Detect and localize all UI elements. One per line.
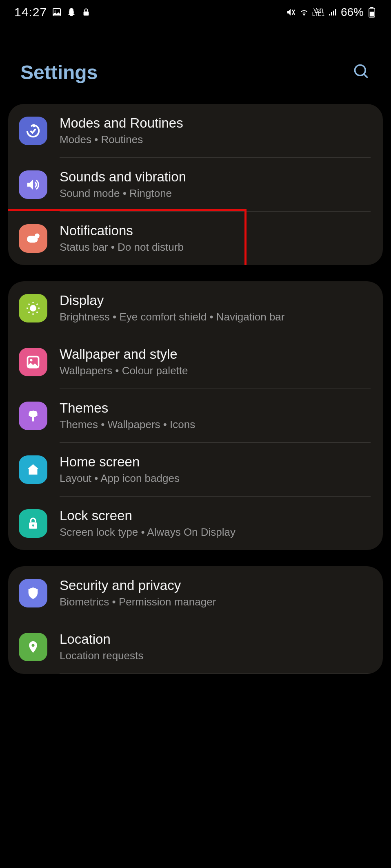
svg-rect-25 <box>29 411 37 417</box>
home-screen-icon <box>19 455 47 484</box>
svg-rect-3 <box>329 14 330 15</box>
svg-point-14 <box>30 305 36 311</box>
svg-point-13 <box>35 233 40 238</box>
wifi-icon <box>299 7 309 17</box>
svg-point-1 <box>55 11 56 12</box>
item-title: Security and privacy <box>60 578 372 593</box>
item-title: Home screen <box>60 454 372 470</box>
volte-indicator: Vo)) LTE1 <box>312 8 324 16</box>
item-subtitle: Brightness • Eye comfort shield • Naviga… <box>60 311 372 323</box>
item-text: Notifications Status bar • Do not distur… <box>60 223 372 254</box>
search-icon[interactable] <box>353 63 371 82</box>
svg-rect-2 <box>84 11 89 15</box>
svg-line-11 <box>364 74 368 77</box>
item-text: Display Brightness • Eye comfort shield … <box>60 293 372 323</box>
lock-icon <box>81 7 91 17</box>
notifications-icon <box>19 224 47 253</box>
svg-rect-6 <box>335 9 336 15</box>
item-subtitle: Wallpapers • Colour palette <box>60 364 372 377</box>
gallery-icon <box>52 7 62 17</box>
svg-point-24 <box>30 359 33 361</box>
item-text: Location Location requests <box>60 632 372 662</box>
svg-point-10 <box>355 65 366 75</box>
settings-item-security[interactable]: Security and privacy Biometrics • Permis… <box>8 566 383 620</box>
display-icon <box>19 294 47 322</box>
settings-item-notifications[interactable]: Notifications Status bar • Do not distur… <box>8 212 383 265</box>
wallpaper-icon <box>19 348 47 376</box>
svg-rect-4 <box>331 12 332 15</box>
svg-rect-26 <box>32 416 34 421</box>
item-subtitle: Status bar • Do not disturb <box>60 241 372 254</box>
settings-item-sounds[interactable]: Sounds and vibration Sound mode • Ringto… <box>8 158 383 211</box>
item-subtitle: Modes • Routines <box>60 133 372 146</box>
signal-icon <box>328 7 338 17</box>
svg-point-30 <box>31 644 34 647</box>
svg-rect-9 <box>370 12 374 17</box>
item-title: Modes and Routines <box>60 115 372 131</box>
lte-text: LTE1 <box>312 12 324 16</box>
header: Settings <box>0 24 391 104</box>
sounds-vibration-icon <box>19 170 47 199</box>
modes-routines-icon <box>19 117 47 145</box>
settings-item-modes[interactable]: Modes and Routines Modes • Routines <box>8 104 383 157</box>
themes-icon <box>19 402 47 430</box>
item-subtitle: Layout • App icon badges <box>60 472 372 485</box>
status-time: 14:27 <box>14 5 47 19</box>
item-title: Lock screen <box>60 508 372 523</box>
battery-percentage: 66% <box>341 6 364 19</box>
item-subtitle: Sound mode • Ringtone <box>60 187 372 200</box>
item-text: Sounds and vibration Sound mode • Ringto… <box>60 169 372 200</box>
item-subtitle: Screen lock type • Always On Display <box>60 526 372 539</box>
settings-group-3: Security and privacy Biometrics • Permis… <box>8 566 383 674</box>
page-title: Settings <box>20 61 98 84</box>
svg-line-19 <box>29 303 29 304</box>
item-title: Sounds and vibration <box>60 169 372 185</box>
location-icon <box>19 633 47 661</box>
svg-rect-29 <box>33 525 33 527</box>
svg-line-20 <box>37 311 38 312</box>
snapchat-icon <box>67 7 76 17</box>
settings-item-wallpaper[interactable]: Wallpaper and style Wallpapers • Colour … <box>8 335 383 389</box>
battery-icon <box>367 7 377 17</box>
item-subtitle: Themes • Wallpapers • Icons <box>60 418 372 431</box>
item-title: Notifications <box>60 223 372 239</box>
divider <box>60 674 371 674</box>
settings-item-themes[interactable]: Themes Themes • Wallpapers • Icons <box>8 389 383 442</box>
svg-rect-8 <box>370 7 373 9</box>
item-title: Wallpaper and style <box>60 347 372 362</box>
svg-line-22 <box>37 303 38 304</box>
status-bar: 14:27 Vo)) LTE1 66% <box>0 0 391 24</box>
settings-item-display[interactable]: Display Brightness • Eye comfort shield … <box>8 281 383 335</box>
item-subtitle: Location requests <box>60 649 372 662</box>
status-left: 14:27 <box>14 5 91 19</box>
mute-vibrate-icon <box>286 7 296 17</box>
lock-screen-icon <box>19 509 47 538</box>
item-title: Location <box>60 632 372 647</box>
item-text: Modes and Routines Modes • Routines <box>60 115 372 146</box>
settings-group-1: Modes and Routines Modes • Routines Soun… <box>8 104 383 265</box>
item-text: Home screen Layout • App icon badges <box>60 454 372 485</box>
item-text: Lock screen Screen lock type • Always On… <box>60 508 372 539</box>
settings-item-location[interactable]: Location Location requests <box>8 620 383 674</box>
status-right: Vo)) LTE1 66% <box>286 6 377 19</box>
item-title: Display <box>60 293 372 308</box>
svg-line-21 <box>29 311 29 312</box>
settings-item-homescreen[interactable]: Home screen Layout • App icon badges <box>8 443 383 496</box>
item-text: Themes Themes • Wallpapers • Icons <box>60 400 372 431</box>
settings-group-2: Display Brightness • Eye comfort shield … <box>8 281 383 550</box>
item-subtitle: Biometrics • Permission manager <box>60 596 372 608</box>
item-text: Wallpaper and style Wallpapers • Colour … <box>60 347 372 377</box>
security-icon <box>19 579 47 607</box>
settings-item-lockscreen[interactable]: Lock screen Screen lock type • Always On… <box>8 497 383 550</box>
item-title: Themes <box>60 400 372 416</box>
svg-rect-5 <box>333 11 334 15</box>
item-text: Security and privacy Biometrics • Permis… <box>60 578 372 608</box>
